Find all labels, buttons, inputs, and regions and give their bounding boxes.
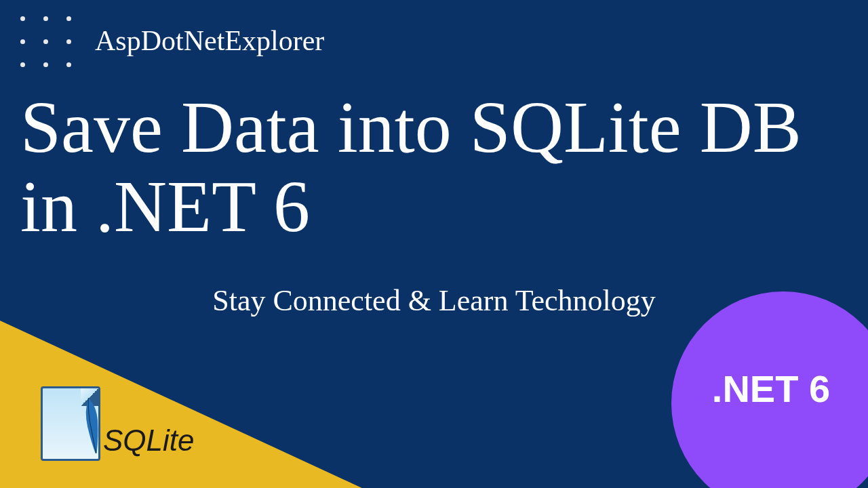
channel-name: AspDotNetExplorer <box>95 24 324 57</box>
sqlite-box-icon <box>41 386 100 461</box>
dot-grid-icon <box>20 16 80 76</box>
net6-badge: .NET 6 <box>671 291 868 488</box>
sqlite-label: SQLite <box>103 426 195 461</box>
feather-icon <box>78 395 106 455</box>
net6-badge-label: .NET 6 <box>712 367 830 411</box>
main-title: Save Data into SQLite DB in .NET 6 <box>20 88 848 246</box>
sqlite-logo: SQLite <box>41 386 195 461</box>
